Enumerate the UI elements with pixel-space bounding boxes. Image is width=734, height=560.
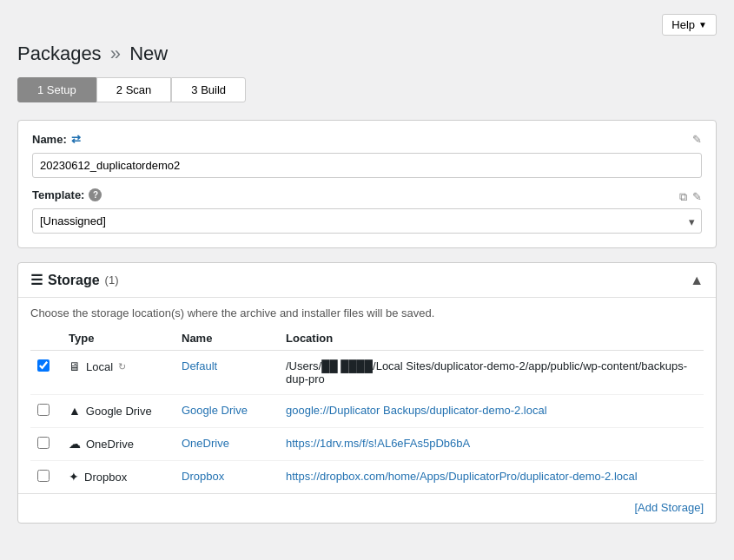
storage-location-3[interactable]: https://dropbox.com/home/Apps/Duplicator… xyxy=(279,461,704,494)
template-select[interactable]: [Unassigned] xyxy=(32,208,702,234)
storage-name-link-1[interactable]: Google Drive xyxy=(182,404,248,417)
storage-checkbox-0[interactable] xyxy=(37,359,50,372)
storage-collapse-button[interactable]: ▲ xyxy=(690,273,704,288)
shuffle-icon[interactable]: ⇄ xyxy=(71,133,81,146)
storage-location-1[interactable]: google://Duplicator Backups/duplicator-d… xyxy=(279,395,704,428)
storage-list-icon: ☰ xyxy=(30,272,43,288)
storage-name-0[interactable]: Default xyxy=(175,351,279,395)
help-label: Help xyxy=(671,18,695,31)
storage-checkbox-2[interactable] xyxy=(37,437,50,449)
storage-name-3[interactable]: Dropbox xyxy=(175,461,279,494)
storage-type-2: ☁OneDrive xyxy=(62,428,175,461)
storage-location-link-1[interactable]: google://Duplicator Backups/duplicator-d… xyxy=(286,404,547,417)
storage-title: ☰ Storage (1) xyxy=(30,272,118,288)
storage-type-3: ✦Dropbox xyxy=(62,461,175,494)
type-icon-2: ☁ xyxy=(69,437,81,451)
storage-type-0: 🖥Local↻ xyxy=(62,351,175,395)
template-action-icons: ⧉ ✎ xyxy=(679,190,702,204)
steps-bar: 1 Setup 2 Scan 3 Build xyxy=(17,77,717,102)
storage-type-1: ▲Google Drive xyxy=(62,395,175,428)
template-copy-icon[interactable]: ⧉ xyxy=(679,190,687,204)
table-row: ▲Google DriveGoogle Drivegoogle://Duplic… xyxy=(30,395,704,428)
local-refresh-icon[interactable]: ↻ xyxy=(118,361,126,372)
storage-location-2[interactable]: https://1drv.ms/f/s!AL6eFAs5pDb6bA xyxy=(279,428,704,461)
type-label-1: Google Drive xyxy=(86,405,152,418)
storage-location-link-3[interactable]: https://dropbox.com/home/Apps/Duplicator… xyxy=(286,470,638,483)
storage-description: Choose the storage location(s) where the… xyxy=(18,298,716,326)
storage-count: (1) xyxy=(105,273,119,287)
help-button[interactable]: Help ▼ xyxy=(662,14,717,36)
type-icon-1: ▲ xyxy=(69,404,81,418)
template-select-wrapper: [Unassigned] ▾ xyxy=(32,208,702,234)
col-header-check xyxy=(30,326,62,351)
name-edit-icon[interactable]: ✎ xyxy=(692,133,702,146)
storage-header: ☰ Storage (1) ▲ xyxy=(18,263,716,298)
name-template-section: Name: ⇄ ✎ Template: ? ⧉ ✎ [Unassigned] ▾ xyxy=(17,120,717,248)
storage-name-1[interactable]: Google Drive xyxy=(175,395,279,428)
type-label-2: OneDrive xyxy=(86,438,134,451)
storage-checkbox-3[interactable] xyxy=(37,470,50,482)
col-header-location: Location xyxy=(279,326,704,351)
template-edit-icon[interactable]: ✎ xyxy=(692,190,702,203)
name-label: Name: ⇄ xyxy=(32,133,81,146)
storage-checkbox-1[interactable] xyxy=(37,404,50,416)
storage-location-0: /Users/██ ████/Local Sites/duplicator-de… xyxy=(279,351,704,395)
storage-name-2[interactable]: OneDrive xyxy=(175,428,279,461)
step-setup[interactable]: 1 Setup xyxy=(17,77,96,102)
table-row: ☁OneDriveOneDrivehttps://1drv.ms/f/s!AL6… xyxy=(30,428,704,461)
storage-table: Type Name Location 🖥Local↻Default/Users/… xyxy=(30,326,704,493)
template-help-icon[interactable]: ? xyxy=(89,188,102,201)
storage-section: ☰ Storage (1) ▲ Choose the storage locat… xyxy=(17,262,717,524)
col-header-name: Name xyxy=(175,326,279,351)
name-input[interactable] xyxy=(32,153,702,178)
table-row: ✦DropboxDropboxhttps://dropbox.com/home/… xyxy=(30,461,704,494)
storage-name-link-0[interactable]: Default xyxy=(182,359,217,372)
add-storage-link[interactable]: [Add Storage] xyxy=(635,501,704,514)
type-icon-0: 🖥 xyxy=(69,359,81,373)
table-row: 🖥Local↻Default/Users/██ ████/Local Sites… xyxy=(30,351,704,395)
page-title: Packages » New xyxy=(17,43,717,65)
type-icon-3: ✦ xyxy=(69,470,79,484)
col-header-type: Type xyxy=(62,326,175,351)
template-label: Template: ? xyxy=(32,188,102,201)
step-build[interactable]: 3 Build xyxy=(171,77,246,102)
storage-location-link-2[interactable]: https://1drv.ms/f/s!AL6eFAs5pDb6bA xyxy=(286,437,470,450)
help-chevron-icon: ▼ xyxy=(698,20,707,30)
type-label-0: Local xyxy=(86,360,113,373)
storage-name-link-2[interactable]: OneDrive xyxy=(182,437,229,450)
type-label-3: Dropbox xyxy=(84,471,127,484)
storage-name-link-3[interactable]: Dropbox xyxy=(182,470,224,483)
add-storage-row: [Add Storage] xyxy=(18,493,716,523)
step-scan[interactable]: 2 Scan xyxy=(96,77,171,102)
